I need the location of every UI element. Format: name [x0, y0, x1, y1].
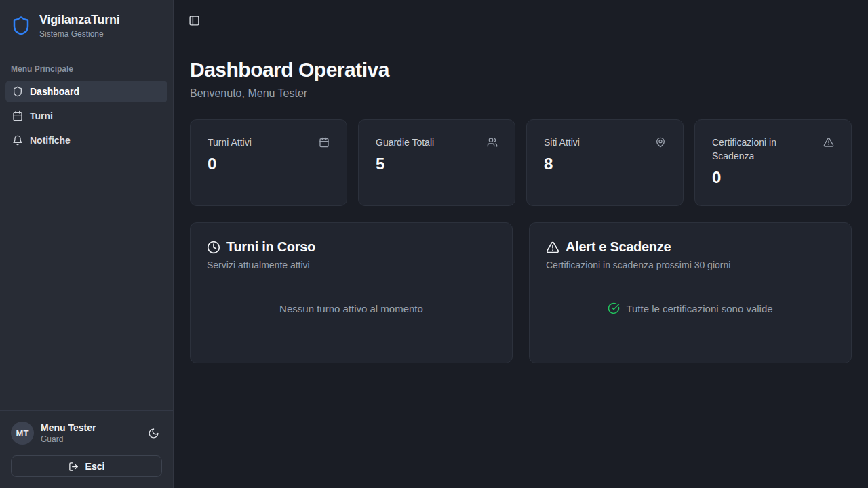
- sidebar-footer: MT Menu Tester Guard Esci: [0, 410, 173, 488]
- logout-button[interactable]: Esci: [11, 455, 162, 477]
- panel-title: Turni in Corso: [226, 239, 315, 255]
- logout-icon: [68, 462, 79, 472]
- sidebar-spacer: [0, 151, 173, 410]
- panel-left-icon: [189, 15, 200, 26]
- panel-subtitle: Servizi attualmente attivi: [207, 260, 496, 270]
- sidebar-item-dashboard[interactable]: Dashboard: [5, 81, 167, 102]
- empty-state-text: Nessun turno attivo al momento: [279, 303, 423, 314]
- brand-subtitle: Sistema Gestione: [39, 29, 120, 39]
- panels-grid: Turni in Corso Servizi attualmente attiv…: [190, 222, 852, 363]
- dashboard-content: Dashboard Operativa Benvenuto, Menu Test…: [174, 41, 868, 488]
- topbar: [174, 0, 868, 41]
- shield-icon: [11, 16, 31, 36]
- brand-text: VigilanzaTurni Sistema Gestione: [39, 13, 120, 39]
- page-title: Dashboard Operativa: [190, 58, 852, 81]
- calendar-icon: [319, 137, 330, 148]
- check-circle-icon: [608, 302, 620, 314]
- stat-label: Certificazioni in Scadenza: [712, 136, 818, 163]
- sidebar-item-label: Dashboard: [30, 86, 79, 97]
- user-meta: Menu Tester Guard: [41, 422, 138, 444]
- empty-state-text: Tutte le certificazioni sono valide: [626, 303, 772, 314]
- brand-title: VigilanzaTurni: [39, 13, 120, 27]
- main-area: Dashboard Operativa Benvenuto, Menu Test…: [174, 0, 868, 488]
- user-name: Menu Tester: [41, 422, 138, 433]
- stat-value: 5: [376, 155, 498, 174]
- stat-card-guardie-totali: Guardie Totali 5: [358, 119, 515, 206]
- panel-turni-in-corso: Turni in Corso Servizi attualmente attiv…: [190, 222, 513, 363]
- user-row: MT Menu Tester Guard: [11, 422, 162, 445]
- stat-card-turni-attivi: Turni Attivi 0: [190, 119, 347, 206]
- stat-value: 8: [544, 155, 666, 174]
- bell-icon: [12, 135, 23, 146]
- panel-empty-state: Nessun turno attivo al momento: [207, 270, 496, 346]
- avatar: MT: [11, 422, 34, 445]
- panel-empty-state: Tutte le certificazioni sono valide: [546, 270, 835, 346]
- moon-icon: [148, 428, 159, 439]
- calendar-icon: [12, 110, 23, 121]
- sidebar-item-notifiche[interactable]: Notifiche: [5, 129, 167, 151]
- page-subtitle: Benvenuto, Menu Tester: [190, 87, 852, 100]
- panel-alert-scadenze: Alert e Scadenze Certificazioni in scade…: [529, 222, 852, 363]
- stat-label: Siti Attivi: [544, 136, 580, 149]
- sidebar-item-label: Notifiche: [30, 135, 71, 146]
- sidebar-item-label: Turni: [30, 110, 53, 121]
- panel-title: Alert e Scadenze: [566, 239, 671, 255]
- stats-grid: Turni Attivi 0 Guardie Totali 5: [190, 119, 852, 206]
- logout-label: Esci: [85, 461, 105, 472]
- alert-triangle-icon: [823, 137, 834, 148]
- stat-card-siti-attivi: Siti Attivi 8: [526, 119, 684, 206]
- shield-icon: [12, 86, 23, 97]
- map-pin-icon: [655, 137, 666, 148]
- stat-label: Guardie Totali: [376, 136, 434, 149]
- main-nav: Dashboard Turni Notifiche: [0, 81, 173, 151]
- alert-triangle-icon: [546, 241, 559, 254]
- sidebar: VigilanzaTurni Sistema Gestione Menu Pri…: [0, 0, 174, 488]
- theme-toggle-button[interactable]: [145, 425, 162, 442]
- users-icon: [487, 137, 498, 148]
- stat-value: 0: [208, 155, 330, 174]
- stat-value: 0: [712, 168, 834, 187]
- user-role: Guard: [41, 434, 138, 444]
- nav-section-label: Menu Principale: [0, 52, 173, 81]
- stat-card-certificazioni: Certificazioni in Scadenza 0: [694, 119, 852, 206]
- stat-label: Turni Attivi: [208, 136, 252, 149]
- sidebar-item-turni[interactable]: Turni: [5, 105, 167, 127]
- brand: VigilanzaTurni Sistema Gestione: [0, 0, 173, 52]
- clock-icon: [207, 241, 220, 254]
- panel-subtitle: Certificazioni in scadenza prossimi 30 g…: [546, 260, 835, 270]
- sidebar-toggle-button[interactable]: [189, 15, 200, 26]
